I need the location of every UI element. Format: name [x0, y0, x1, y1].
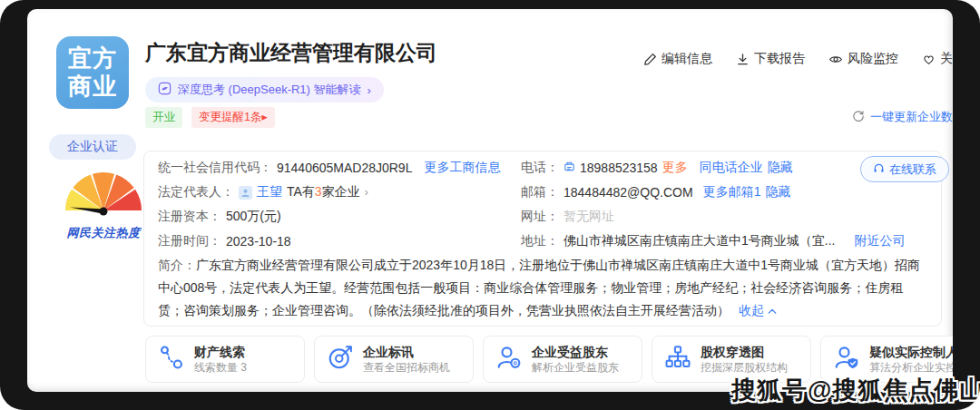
card-subtitle: 挖掘深层股权结构 — [701, 361, 788, 375]
same-phone-companies-link[interactable]: 同电话企业 — [700, 160, 763, 176]
status-tag-row: 开业 变更提醒1条▸ — [145, 107, 275, 128]
legal-rep-row: 法定代表人： 王望 TA有3家企业 › — [158, 184, 368, 200]
address-label: 地址： — [521, 233, 559, 249]
eye-icon — [828, 53, 843, 66]
address-value: 佛山市禅城区南庄镇南庄大道中1号商业城（宜... — [564, 233, 835, 249]
download-report-label: 下载报告 — [754, 51, 805, 67]
enterprise-cert-badge: 企业认证 — [49, 134, 136, 160]
status-badge-open: 开业 — [145, 107, 182, 128]
card-subtitle: 解析企业受益股东 — [532, 361, 619, 375]
reg-capital-value: 500万(元) — [226, 209, 281, 225]
legal-rep-name-link[interactable]: 王望 — [257, 184, 282, 200]
hide-email-link[interactable]: 隐藏 — [765, 184, 790, 200]
credit-code-label: 统一社会信用代码： — [158, 160, 272, 176]
change-alert-badge[interactable]: 变更提醒1条▸ — [191, 107, 275, 128]
email-row: 邮箱： 184484482@QQ.COM 更多邮箱1 隐藏 — [521, 184, 790, 200]
card-text: 疑似实际控制人 算法分析企业实控人 — [869, 344, 953, 375]
edit-icon — [643, 53, 657, 66]
follow-label: 关 — [940, 51, 953, 67]
card-text: 股权穿透图 挖掘深层股权结构 — [701, 344, 788, 375]
update-link-label: 一键更新企业数 — [870, 109, 953, 125]
deepseek-pill-label: 深度思考 (DeepSeek-R1) 智能解读 — [178, 82, 361, 98]
phone-value: 18988523158 — [580, 161, 658, 175]
follow-button[interactable]: 关 — [922, 51, 953, 67]
legal-rep-label: 法定代表人： — [158, 184, 234, 200]
online-contact-label: 在线联系 — [889, 161, 936, 178]
legal-rep-avatar — [239, 186, 252, 200]
page-title: 广东宜方商业经营管理有限公司 — [145, 39, 437, 67]
reg-date-value: 2023-10-18 — [226, 234, 291, 249]
card-title: 企业标讯 — [363, 344, 450, 360]
phone-row: 电话： 18988523158 更多 同电话企业 隐藏 — [521, 160, 793, 176]
email-label: 邮箱： — [521, 184, 559, 200]
logo-text-line2: 商业 — [68, 73, 117, 101]
website-label: 网址： — [521, 209, 559, 225]
company-profile-page: 宜方 商业 广东宜方商业经营管理有限公司 编辑信息 下载报告 风险监控 关 — [27, 9, 953, 392]
bid-target-icon — [327, 344, 354, 375]
website-row: 网址： 暂无网址 — [521, 209, 614, 225]
edit-info-button[interactable]: 编辑信息 — [643, 51, 712, 67]
email-value: 184484482@QQ.COM — [564, 185, 693, 200]
intro-text: 广东宜方商业经营管理有限公司成立于2023年10月18日，注册地位于佛山市禅城区… — [158, 258, 920, 317]
logo-text-line1: 宜方 — [68, 44, 117, 73]
online-contact-button[interactable]: 在线联系 — [860, 156, 949, 182]
beneficial-owner-icon — [495, 344, 523, 375]
screenshot-frame: 宜方 商业 广东宜方商业经营管理有限公司 编辑信息 下载报告 风险监控 关 — [0, 0, 980, 410]
card-title: 财产线索 — [194, 344, 247, 360]
card-asset-clues[interactable]: 财产线索 线索数量 3 — [145, 336, 305, 383]
phone-icon — [564, 161, 575, 175]
card-subtitle: 线索数量 3 — [194, 361, 247, 375]
refresh-icon — [852, 110, 865, 125]
credit-code-value: 91440605MAD28J0R9L — [277, 161, 412, 175]
website-value: 暂无网址 — [564, 209, 614, 225]
watermark: 搜狐号@搜狐焦点佛山站 — [731, 374, 980, 406]
update-company-data-link[interactable]: 一键更新企业数 — [852, 109, 953, 125]
card-subtitle: 算法分析企业实控人 — [869, 361, 953, 375]
gauge-label: 网民关注热度 — [56, 225, 151, 241]
card-subtitle: 查看全国招标商机 — [363, 361, 450, 375]
card-title: 股权穿透图 — [701, 344, 788, 360]
headset-icon — [873, 162, 885, 177]
deepseek-interpret-pill[interactable]: 深度思考 (DeepSeek-R1) 智能解读 › — [145, 77, 384, 102]
address-row: 地址： 佛山市禅城区南庄镇南庄大道中1号商业城（宜... 附近公司 — [521, 233, 905, 249]
collapse-link[interactable]: 收起 — [739, 303, 777, 317]
card-beneficial-owners[interactable]: 企业受益股东 解析企业受益股东 — [483, 336, 642, 383]
chevron-right-icon: › — [365, 186, 368, 199]
more-business-info-link[interactable]: 更多工商信息 — [424, 160, 500, 176]
reg-capital-label: 注册资本： — [158, 209, 221, 225]
credit-code-row: 统一社会信用代码： 91440605MAD28J0R9L 更多工商信息 — [158, 160, 500, 176]
deepseek-icon — [158, 82, 172, 98]
chevron-up-icon — [768, 308, 777, 315]
hide-phone-link[interactable]: 隐藏 — [768, 160, 793, 176]
download-report-button[interactable]: 下载报告 — [736, 51, 805, 67]
more-emails-link[interactable]: 更多邮箱1 — [703, 184, 761, 200]
attention-heat-gauge: 网民关注热度 — [56, 163, 151, 241]
equity-chart-icon — [664, 344, 691, 375]
download-icon — [736, 53, 750, 66]
gauge-icon — [58, 207, 149, 222]
company-logo: 宜方 商业 — [56, 36, 129, 109]
company-intro: 简介：广东宜方商业经营管理有限公司成立于2023年10月18日，注册地位于佛山市… — [158, 254, 927, 322]
phone-more-link[interactable]: 更多 — [662, 160, 688, 176]
legal-rep-suffix[interactable]: TA有3家企业 — [287, 184, 360, 200]
card-title: 疑似实际控制人 — [869, 344, 953, 360]
chevron-right-icon: › — [368, 83, 371, 97]
edit-info-label: 编辑信息 — [662, 51, 712, 67]
card-text: 企业受益股东 解析企业受益股东 — [532, 344, 619, 375]
reg-capital-row: 注册资本： 500万(元) — [158, 209, 281, 225]
card-text: 企业标讯 查看全国招标商机 — [363, 344, 450, 375]
risk-monitor-label: 风险监控 — [848, 51, 898, 67]
controller-icon — [833, 344, 860, 375]
card-bid-news[interactable]: 企业标讯 查看全国招标商机 — [314, 336, 474, 383]
header-toolbar: 编辑信息 下载报告 风险监控 关 — [643, 51, 953, 67]
asset-clue-icon — [158, 344, 185, 375]
card-title: 企业受益股东 — [532, 344, 619, 360]
risk-monitor-button[interactable]: 风险监控 — [828, 51, 898, 67]
nearby-companies-link[interactable]: 附近公司 — [854, 233, 905, 249]
card-text: 财产线索 线索数量 3 — [194, 344, 247, 375]
heart-icon — [922, 53, 936, 66]
reg-date-label: 注册时间： — [158, 233, 221, 249]
reg-date-row: 注册时间： 2023-10-18 — [158, 233, 291, 249]
phone-label: 电话： — [521, 160, 559, 176]
intro-label: 简介： — [158, 258, 196, 272]
